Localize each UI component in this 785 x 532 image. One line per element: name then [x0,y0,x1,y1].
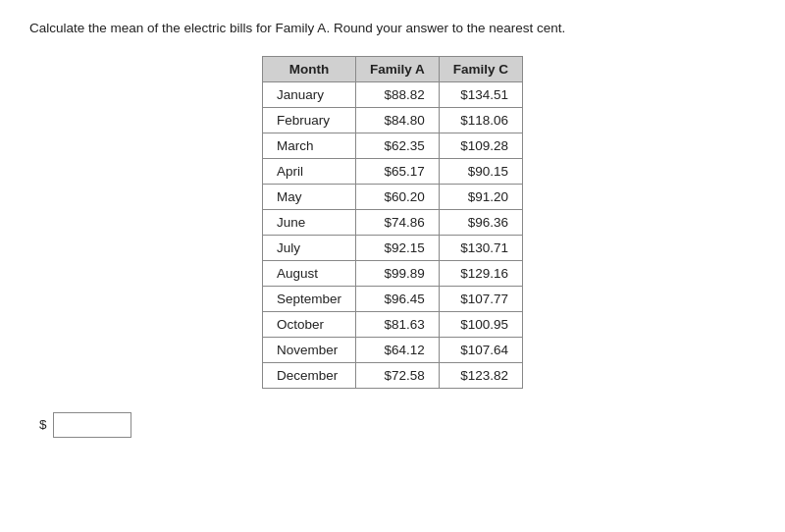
table-header-row: Month Family A Family C [262,56,522,81]
cell-familyA: $60.20 [355,184,439,209]
cell-familyA: $81.63 [355,311,439,337]
cell-familyA: $99.89 [355,260,439,286]
table-row: November$64.12$107.64 [262,337,522,362]
cell-familyA: $84.80 [355,107,439,133]
question-text: Calculate the mean of the electric bills… [29,20,756,38]
cell-month: December [262,362,355,388]
table-wrapper: Month Family A Family C January$88.82$13… [29,56,756,389]
col-header-familyC: Family C [439,56,522,81]
cell-familyC: $107.77 [439,286,522,311]
cell-month: April [262,158,355,184]
col-header-month: Month [262,56,355,81]
cell-month: May [262,184,355,209]
cell-familyC: $91.20 [439,184,522,209]
cell-month: August [262,260,355,286]
cell-familyC: $123.82 [439,362,522,388]
cell-familyC: $129.16 [439,260,522,286]
cell-familyA: $72.58 [355,362,439,388]
table-row: June$74.86$96.36 [262,209,522,235]
cell-familyC: $90.15 [439,158,522,184]
cell-month: November [262,337,355,362]
table-body: January$88.82$134.51February$84.80$118.0… [262,81,522,388]
table-row: February$84.80$118.06 [262,107,522,133]
cell-familyC: $134.51 [439,81,522,107]
cell-familyA: $88.82 [355,81,439,107]
table-row: December$72.58$123.82 [262,362,522,388]
cell-familyC: $107.64 [439,337,522,362]
table-row: March$62.35$109.28 [262,133,522,158]
bills-table: Month Family A Family C January$88.82$13… [262,56,523,389]
cell-month: October [262,311,355,337]
cell-familyC: $118.06 [439,107,522,133]
cell-familyA: $65.17 [355,158,439,184]
cell-familyC: $96.36 [439,209,522,235]
table-row: July$92.15$130.71 [262,235,522,260]
cell-month: June [262,209,355,235]
cell-month: January [262,81,355,107]
table-row: October$81.63$100.95 [262,311,522,337]
table-row: August$99.89$129.16 [262,260,522,286]
col-header-familyA: Family A [355,56,439,81]
cell-month: July [262,235,355,260]
cell-familyA: $92.15 [355,235,439,260]
cell-familyA: $62.35 [355,133,439,158]
cell-familyA: $96.45 [355,286,439,311]
dollar-sign-label: $ [39,417,47,432]
cell-month: March [262,133,355,158]
answer-input[interactable] [53,412,131,438]
table-row: May$60.20$91.20 [262,184,522,209]
answer-row: $ [29,412,756,438]
table-row: January$88.82$134.51 [262,81,522,107]
cell-month: September [262,286,355,311]
cell-month: February [262,107,355,133]
cell-familyC: $109.28 [439,133,522,158]
table-row: April$65.17$90.15 [262,158,522,184]
cell-familyA: $74.86 [355,209,439,235]
cell-familyC: $130.71 [439,235,522,260]
cell-familyA: $64.12 [355,337,439,362]
cell-familyC: $100.95 [439,311,522,337]
table-row: September$96.45$107.77 [262,286,522,311]
